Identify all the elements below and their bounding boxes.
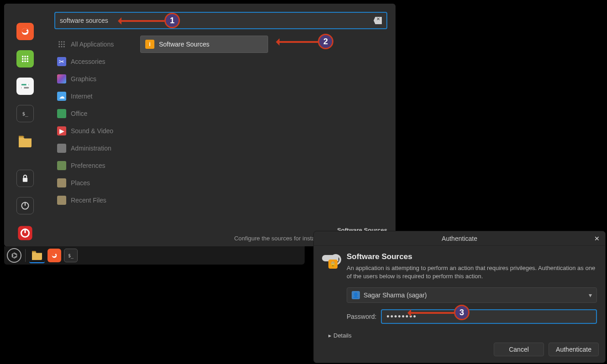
- separator: [25, 249, 26, 262]
- folder-icon: [57, 196, 66, 205]
- details-label: Details: [333, 332, 352, 339]
- start-menu: $_ All A: [4, 4, 396, 246]
- svg-rect-14: [23, 178, 27, 182]
- clear-search-icon[interactable]: [374, 17, 382, 24]
- authenticate-button[interactable]: Authenticate: [549, 343, 599, 356]
- user-select[interactable]: 👤 Sagar Sharma (sagar) ▾: [347, 287, 597, 303]
- category-label: Accessories: [71, 58, 105, 65]
- svg-point-18: [58, 41, 60, 42]
- svg-point-13: [22, 87, 24, 89]
- svg-point-1: [22, 56, 24, 57]
- terminal-task[interactable]: $_: [64, 249, 78, 262]
- category-administration[interactable]: Administration: [54, 140, 137, 157]
- files-task[interactable]: [29, 248, 45, 263]
- start-button[interactable]: ⌬: [7, 248, 21, 263]
- svg-point-21: [58, 44, 60, 45]
- auth-heading: Software Sources: [347, 252, 597, 261]
- category-office[interactable]: Office: [54, 105, 137, 122]
- svg-point-9: [26, 60, 28, 62]
- auth-description: An application is attempting to perform …: [347, 264, 597, 280]
- svg-point-20: [63, 41, 65, 42]
- user-icon: 👤: [352, 291, 360, 299]
- svg-point-24: [58, 46, 60, 47]
- category-label: Recent Files: [71, 197, 106, 204]
- firefox-task[interactable]: [48, 249, 61, 262]
- category-recent-files[interactable]: Recent Files: [54, 192, 137, 209]
- palette-icon: [57, 74, 66, 83]
- firefox-icon[interactable]: [16, 23, 34, 40]
- info-icon: i: [145, 40, 154, 49]
- svg-text:⌬: ⌬: [11, 251, 17, 259]
- lock-icon[interactable]: [16, 170, 34, 187]
- folder-icon: [57, 178, 66, 187]
- details-toggle[interactable]: ▸ Details: [328, 332, 597, 339]
- result-software-sources[interactable]: i Software Sources: [140, 36, 268, 53]
- cancel-button[interactable]: Cancel: [494, 343, 544, 356]
- svg-point-25: [61, 46, 63, 47]
- power-icon[interactable]: [16, 224, 34, 242]
- category-label: Internet: [71, 93, 92, 100]
- play-icon: ▶: [57, 126, 66, 135]
- result-label: Software Sources: [159, 41, 210, 48]
- category-label: Administration: [71, 145, 111, 152]
- user-name: Sagar Sharma (sagar): [364, 291, 427, 299]
- search-input-wrapper[interactable]: [54, 12, 387, 29]
- password-input[interactable]: [381, 309, 597, 324]
- svg-point-26: [63, 46, 65, 47]
- category-list: All Applications ✂ Accessories Graphics …: [54, 36, 137, 246]
- close-icon[interactable]: ✕: [592, 234, 602, 243]
- svg-point-8: [24, 60, 26, 62]
- category-label: Preferences: [71, 162, 105, 169]
- svg-point-19: [61, 41, 63, 42]
- dialog-title: Authenticate: [442, 235, 477, 242]
- launcher-column: $_: [4, 4, 46, 246]
- category-accessories[interactable]: ✂ Accessories: [54, 53, 137, 70]
- key-icon: 🔒: [322, 252, 340, 280]
- category-preferences[interactable]: Preferences: [54, 157, 137, 174]
- search-input[interactable]: [60, 17, 374, 24]
- chevron-down-icon: ▾: [589, 291, 592, 299]
- authenticate-dialog: Authenticate ✕ 🔒 Software Sources An app…: [313, 231, 606, 363]
- logout-icon[interactable]: [16, 197, 34, 214]
- svg-point-22: [61, 44, 63, 45]
- category-label: Office: [71, 110, 87, 117]
- svg-point-5: [24, 58, 26, 60]
- svg-point-2: [24, 56, 26, 57]
- svg-point-4: [22, 58, 24, 60]
- doc-icon: [57, 109, 66, 118]
- dialog-titlebar[interactable]: Authenticate ✕: [314, 231, 605, 246]
- files-icon[interactable]: [16, 132, 34, 150]
- category-label: Places: [71, 179, 90, 187]
- category-label: Graphics: [71, 75, 96, 83]
- category-graphics[interactable]: Graphics: [54, 70, 137, 88]
- category-all-applications[interactable]: All Applications: [54, 36, 137, 53]
- svg-point-23: [63, 44, 65, 45]
- cloud-icon: ☁: [57, 92, 66, 101]
- category-internet[interactable]: ☁ Internet: [54, 88, 137, 105]
- results-list: i Software Sources: [137, 36, 387, 246]
- grid-icon: [57, 40, 66, 49]
- password-label: Password:: [347, 313, 376, 320]
- svg-point-6: [26, 58, 28, 60]
- terminal-icon[interactable]: $_: [16, 105, 34, 122]
- drawer-icon: [57, 144, 66, 153]
- settings-icon[interactable]: [16, 78, 34, 95]
- scissors-icon: ✂: [57, 57, 66, 66]
- svg-point-3: [26, 56, 28, 57]
- sliders-icon: [57, 161, 66, 170]
- taskbar: ⌬ $_: [4, 246, 305, 265]
- category-sound-video[interactable]: ▶ Sound & Video: [54, 122, 137, 140]
- category-label: Sound & Video: [71, 127, 113, 135]
- chevron-right-icon: ▸: [328, 332, 332, 339]
- svg-point-7: [22, 60, 24, 62]
- category-places[interactable]: Places: [54, 174, 137, 192]
- category-label: All Applications: [71, 41, 114, 48]
- apps-icon[interactable]: [16, 50, 34, 68]
- svg-point-12: [26, 83, 29, 86]
